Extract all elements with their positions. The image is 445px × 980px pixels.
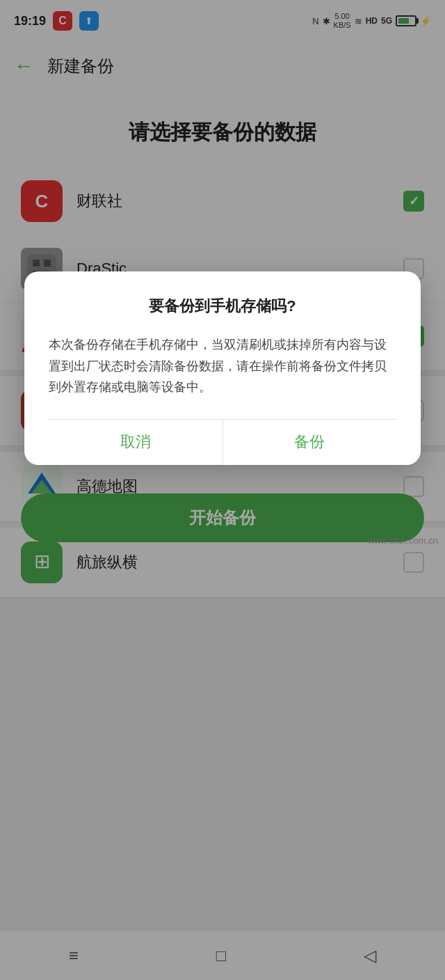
- dialog-title: 要备份到手机存储吗?: [49, 296, 396, 317]
- dialog-backdrop: [0, 0, 445, 980]
- dialog-actions: 取消 备份: [49, 419, 396, 465]
- dialog-body: 本次备份存储在手机存储中，当双清刷机或抹掉所有内容与设置到出厂状态时会清除备份数…: [49, 334, 396, 398]
- dialog-confirm-button[interactable]: 备份: [223, 420, 397, 465]
- dialog: 要备份到手机存储吗? 本次备份存储在手机存储中，当双清刷机或抹掉所有内容与设置到…: [24, 271, 421, 465]
- dialog-cancel-button[interactable]: 取消: [49, 420, 223, 465]
